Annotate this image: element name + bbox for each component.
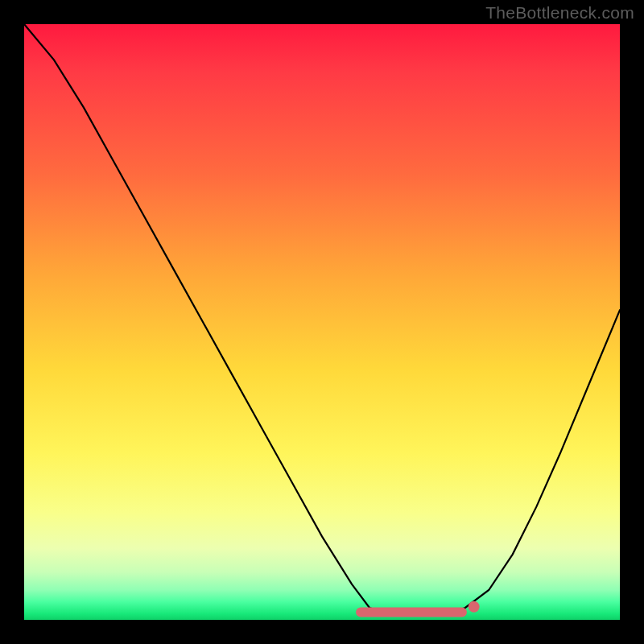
plot-area	[24, 24, 620, 620]
chart-frame: TheBottleneck.com	[0, 0, 644, 644]
watermark-text: TheBottleneck.com	[485, 3, 634, 23]
optimal-point-dot	[469, 601, 480, 613]
curve-svg	[24, 24, 620, 620]
bottleneck-curve-path	[24, 24, 620, 614]
